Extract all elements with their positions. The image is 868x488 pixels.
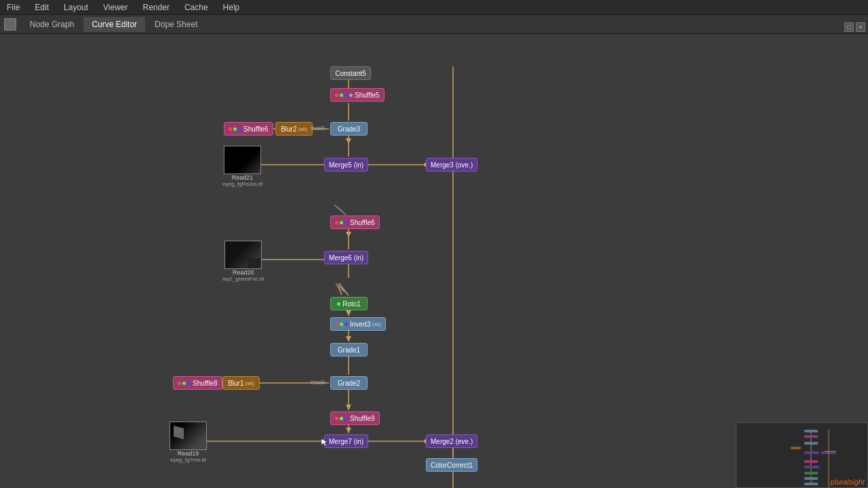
node-read19[interactable]: Read19 eyeg_fgTree.tif bbox=[170, 422, 207, 463]
svg-rect-50 bbox=[804, 466, 819, 468]
node-constant5[interactable]: Constant5 bbox=[330, 66, 371, 80]
svg-rect-51 bbox=[804, 472, 818, 474]
svg-rect-43 bbox=[804, 430, 818, 432]
menu-file[interactable]: File bbox=[4, 1, 22, 14]
node-roto1[interactable]: Roto1 bbox=[330, 297, 368, 310]
menu-render[interactable]: Render bbox=[140, 1, 172, 14]
node-read21[interactable]: Read21 eyeg_fgRocks.tif bbox=[222, 146, 262, 187]
svg-marker-29 bbox=[346, 138, 351, 144]
node-grade1[interactable]: Grade1 bbox=[330, 343, 368, 357]
watermark: pluralsight bbox=[831, 478, 865, 486]
node-merge2[interactable]: Merge2 (eve.) bbox=[426, 434, 477, 448]
app-icon bbox=[4, 18, 16, 30]
minimap: pluralsight bbox=[736, 422, 868, 488]
menubar: File Edit Layout Viewer Render Cache Hel… bbox=[0, 0, 868, 15]
node-merge7[interactable]: Merge7 (in) bbox=[324, 434, 368, 448]
svg-rect-45 bbox=[804, 442, 818, 445]
svg-marker-34 bbox=[346, 405, 351, 410]
maximize-button[interactable]: □ bbox=[844, 22, 854, 32]
svg-line-39 bbox=[337, 207, 346, 215]
node-grade3[interactable]: Grade3 bbox=[330, 122, 368, 136]
node-shuffle6b[interactable]: Shuffle6 bbox=[330, 216, 380, 229]
minimap-content: pluralsight bbox=[736, 423, 867, 487]
tab-dope-sheet[interactable]: Dope Sheet bbox=[146, 17, 205, 32]
svg-rect-53 bbox=[804, 483, 818, 485]
node-read20[interactable]: Read20 lay2_greenFoc.tif bbox=[222, 241, 264, 282]
node-shuffle8[interactable]: Shuffle8 bbox=[173, 376, 222, 390]
close-button[interactable]: × bbox=[856, 22, 865, 32]
svg-line-40 bbox=[334, 205, 344, 214]
svg-rect-47 bbox=[804, 451, 819, 454]
menu-viewer[interactable]: Viewer bbox=[100, 1, 130, 14]
svg-rect-52 bbox=[804, 477, 818, 480]
svg-marker-33 bbox=[346, 336, 351, 342]
node-merge6[interactable]: Merge6 (in) bbox=[324, 251, 368, 264]
node-shuffle9[interactable]: Shuffle9 bbox=[330, 411, 380, 425]
menu-help[interactable]: Help bbox=[220, 1, 243, 14]
mask-label-blur2: mask bbox=[311, 125, 326, 131]
svg-line-13 bbox=[339, 283, 349, 296]
menu-edit[interactable]: Edit bbox=[32, 1, 52, 14]
node-blur2[interactable]: Blur2 (all) bbox=[275, 122, 313, 136]
mask-label-blur1: mask bbox=[311, 379, 326, 386]
svg-marker-32 bbox=[346, 310, 351, 316]
tabbar: Node Graph Curve Editor Dope Sheet bbox=[0, 15, 868, 34]
menu-layout[interactable]: Layout bbox=[61, 1, 91, 14]
svg-line-36 bbox=[337, 285, 342, 295]
window-controls: □ × bbox=[844, 22, 865, 32]
brand-name: plural bbox=[831, 478, 849, 486]
svg-line-37 bbox=[338, 285, 346, 293]
svg-marker-30 bbox=[346, 232, 351, 237]
svg-rect-44 bbox=[804, 435, 818, 438]
svg-marker-41 bbox=[321, 439, 328, 446]
node-invert3[interactable]: Invert3 (all) bbox=[330, 317, 386, 331]
node-grade2[interactable]: Grade2 bbox=[330, 376, 368, 390]
svg-line-38 bbox=[336, 283, 344, 291]
node-merge5[interactable]: Merge5 (in) bbox=[324, 158, 368, 171]
svg-rect-49 bbox=[804, 460, 818, 463]
node-graph-canvas[interactable]: Constant5 Shuffle5 Shuffle6 Blur2 (all) … bbox=[0, 34, 868, 488]
svg-marker-35 bbox=[346, 428, 351, 433]
connections-svg bbox=[0, 34, 868, 488]
tab-curve-editor[interactable]: Curve Editor bbox=[83, 17, 145, 32]
cursor-indicator bbox=[321, 439, 327, 444]
node-colorcorrect1[interactable]: ColorCorrect1 bbox=[426, 458, 477, 472]
menu-cache[interactable]: Cache bbox=[182, 1, 211, 14]
node-shuffle5[interactable]: Shuffle5 bbox=[330, 88, 384, 102]
node-shuffle6[interactable]: Shuffle6 bbox=[224, 122, 273, 136]
svg-rect-46 bbox=[791, 447, 801, 449]
tab-node-graph[interactable]: Node Graph bbox=[22, 17, 82, 32]
node-merge3[interactable]: Merge3 (ove.) bbox=[426, 158, 477, 171]
node-blur1[interactable]: Blur1 (all) bbox=[222, 376, 260, 390]
brand-accent: sight bbox=[849, 478, 865, 486]
